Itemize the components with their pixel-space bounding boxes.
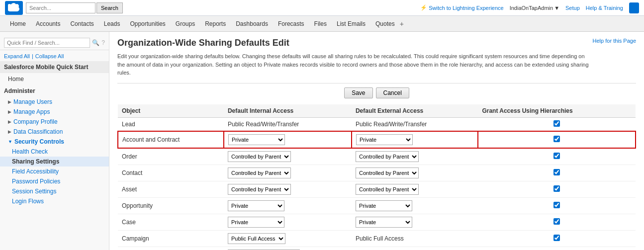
nav-leads[interactable]: Leads [99,17,125,30]
help-icon: ? [101,39,105,46]
hierarchy-checkbox[interactable] [553,169,560,175]
expand-all-link[interactable]: Expand All [4,53,30,59]
sidebar-item-security-controls[interactable]: ▼ Security Controls [0,137,109,147]
cell-internal-access[interactable]: PrivatePublic Read OnlyPublic Read/Write [224,197,352,214]
cell-external-access[interactable]: PrivatePublic Read OnlyPublic Read/Write [352,197,478,214]
cell-hierarchy[interactable] [478,230,636,247]
cancel-button[interactable]: Cancel [376,87,409,98]
hierarchy-checkbox[interactable] [553,153,560,159]
hierarchy-checkbox[interactable] [553,218,560,225]
sidebar-item-sharing-settings[interactable]: Sharing Settings [0,157,109,167]
cell-internal-access[interactable]: Controlled by ParentPrivatePublic Read O… [224,148,352,165]
sidebar-item-company-profile[interactable]: ▶ Company Profile [0,117,109,127]
table-row: CampaignPublic Full AccessPublic Read/Wr… [118,230,636,247]
external-access-select[interactable]: PrivatePublic Read OnlyPublic Read/Write [356,217,412,228]
nav-reports[interactable]: Reports [200,17,231,30]
search-icon[interactable]: 🔍 [92,39,99,46]
nav-opportunities[interactable]: Opportunities [125,17,170,30]
main-nav: Home Accounts Contacts Leads Opportuniti… [0,16,644,32]
internal-access-select[interactable]: PrivatePublic Read OnlyPublic Read/Write [228,134,285,145]
cell-internal-access[interactable]: Controlled by Campaign [224,247,352,250]
sidebar-item-data-classification[interactable]: ▶ Data Classification [0,127,109,137]
external-access-select[interactable]: PrivatePublic Read OnlyPublic Read/Write [356,134,413,145]
cell-external-access[interactable]: Controlled by ParentPrivatePublic Read O… [352,181,478,197]
external-access-select[interactable]: Controlled by ParentPrivatePublic Read O… [356,184,419,195]
collapse-all-link[interactable]: Collapse All [35,53,64,59]
hierarchy-checkbox[interactable] [553,185,560,192]
nav-groups[interactable]: Groups [171,17,200,30]
sidebar-item-session-settings[interactable]: Session Settings [0,186,109,196]
expand-icon: ▶ [8,99,11,104]
cell-hierarchy[interactable] [478,148,636,165]
help-link[interactable]: Help & Training [586,5,623,11]
sidebar-item-manage-users[interactable]: ▶ Manage Users [0,97,109,107]
nav-forecasts[interactable]: Forecasts [273,17,309,30]
nav-more-icon[interactable]: + [400,20,404,28]
cell-internal-access[interactable]: Controlled by ParentPrivatePublic Read O… [224,181,352,197]
nav-files[interactable]: Files [309,17,332,30]
sidebar-item-manage-apps[interactable]: ▶ Manage Apps [0,107,109,117]
cell-internal-access[interactable]: Controlled by ParentPrivatePublic Read O… [224,165,352,181]
main-content: Organization-Wide Sharing Defaults Edit … [109,32,644,250]
nav-contacts[interactable]: Contacts [65,17,98,30]
search-button[interactable]: Search [96,2,123,13]
cell-hierarchy[interactable] [478,197,636,214]
cell-external-access[interactable]: PrivatePublic Read OnlyPublic Read/Write [352,131,478,148]
external-access-select[interactable]: PrivatePublic Read OnlyPublic Read/Write [356,200,412,211]
cell-hierarchy[interactable] [478,247,636,250]
internal-access-select[interactable]: Controlled by ParentPrivatePublic Read O… [228,151,291,162]
cell-hierarchy[interactable] [478,181,636,197]
setup-link[interactable]: Setup [565,5,580,11]
internal-access-select[interactable]: Public Full AccessPublic Read/WritePubli… [228,233,285,244]
cell-object: Opportunity [118,197,224,214]
sidebar-item-field-accessibility[interactable]: Field Accessibility [0,167,109,176]
cell-external-access[interactable]: Controlled by ParentPrivatePublic Read O… [352,165,478,181]
cell-external-access[interactable]: Controlled by ParentPrivatePublic Read O… [352,148,478,165]
cell-object: Order [118,148,224,165]
top-action-button[interactable] [629,2,639,13]
switch-lightning-link[interactable]: ⚡ Switch to Lightning Experience [420,4,503,11]
hierarchy-checkbox[interactable] [553,120,560,127]
cell-hierarchy[interactable] [478,214,636,230]
cell-object: Asset [118,181,224,197]
nav-dashboards[interactable]: Dashboards [231,17,273,30]
cell-external-access: Controlled by Campaign [352,247,478,250]
save-button[interactable]: Save [344,87,372,98]
cell-hierarchy[interactable] [478,117,636,131]
external-access-select[interactable]: Controlled by ParentPrivatePublic Read O… [356,151,419,162]
sidebar-home: Home [0,73,109,85]
search-input[interactable] [26,2,95,13]
cell-internal-access[interactable]: PrivatePublic Read OnlyPublic Read/Write [224,214,352,230]
internal-access-select[interactable]: PrivatePublic Read OnlyPublic Read/Write [228,200,284,211]
sidebar-search-input[interactable] [4,38,90,48]
cell-external-access: Public Full Access [352,230,478,247]
nav-quotes[interactable]: Quotes [370,17,400,30]
cell-hierarchy[interactable] [478,131,636,148]
hierarchy-checkbox[interactable] [553,136,560,142]
cell-internal-access[interactable]: PrivatePublic Read OnlyPublic Read/Write [224,131,352,148]
expand-icon: ▶ [8,109,11,114]
user-dropdown[interactable]: IndiaOnTapAdmin ▼ [510,5,559,11]
cell-external-access[interactable]: PrivatePublic Read OnlyPublic Read/Write [352,214,478,230]
nav-list-emails[interactable]: List Emails [332,17,370,30]
sidebar-item-password-policies[interactable]: Password Policies [0,176,109,186]
search-box: Search [26,2,123,13]
hierarchy-checkbox[interactable] [553,235,560,241]
cell-internal-access[interactable]: Public Full AccessPublic Read/WritePubli… [224,230,352,247]
cell-hierarchy[interactable] [478,165,636,181]
sidebar-item-login-flows[interactable]: Login Flows [0,196,109,206]
nav-home[interactable]: Home [5,17,31,30]
sidebar-search-area: 🔍 ? [0,36,109,50]
sidebar-item-health-check[interactable]: Health Check [0,147,109,157]
col-object: Object [118,104,224,118]
hierarchy-checkbox[interactable] [553,202,560,208]
table-row: LeadPublic Read/Write/TransferPublic Rea… [118,117,636,131]
nav-accounts[interactable]: Accounts [31,17,65,30]
col-internal-access: Default Internal Access [224,104,352,118]
internal-access-select[interactable]: Controlled by ParentPrivatePublic Read O… [228,184,291,195]
internal-access-select[interactable]: PrivatePublic Read OnlyPublic Read/Write [228,217,284,228]
help-for-page-link[interactable]: Help for this Page [593,38,636,44]
internal-access-select[interactable]: Controlled by ParentPrivatePublic Read O… [228,167,291,178]
external-access-select[interactable]: Controlled by ParentPrivatePublic Read O… [356,167,419,178]
cell-object: Contact [118,165,224,181]
